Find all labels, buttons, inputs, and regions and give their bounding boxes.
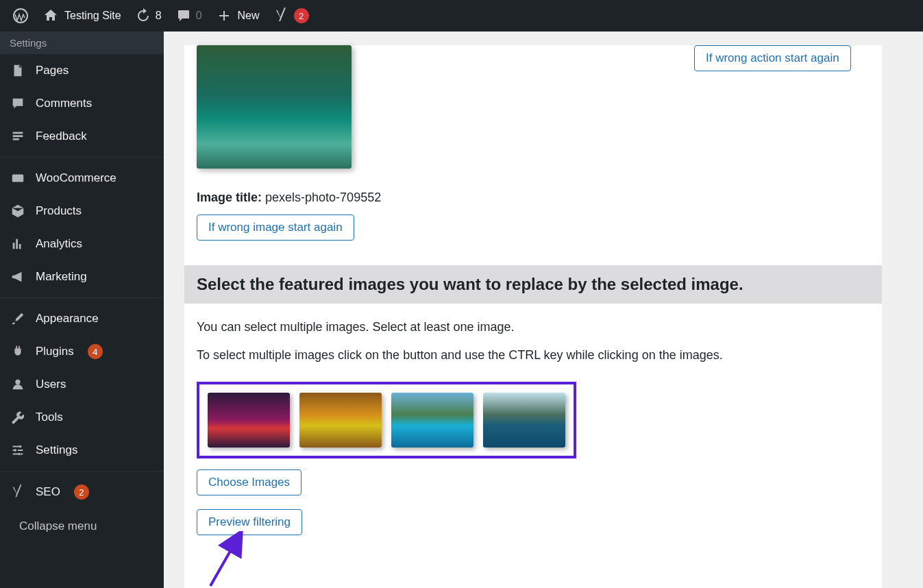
helper-text-1: You can select multiple images. Select a…: [197, 320, 870, 334]
thumbnail-image[interactable]: [208, 393, 290, 448]
sidebar-item-pages[interactable]: Pages: [0, 54, 164, 87]
sidebar-item-seo[interactable]: SEO 2: [0, 476, 164, 509]
sidebar-item-label: Comments: [36, 97, 92, 110]
admin-toolbar: Testing Site 8 0 New 2: [0, 0, 923, 32]
thumbnail-image[interactable]: [483, 393, 565, 448]
sidebar-item-label: WooCommerce: [36, 171, 116, 185]
comment-icon: [10, 96, 25, 111]
yoast-icon: [10, 485, 25, 500]
sidebar-item-tools[interactable]: Tools: [0, 401, 164, 434]
wrench-icon: [10, 410, 25, 425]
sidebar-item-label: Users: [36, 378, 66, 391]
image-title-row: Image title: pexels-photo-709552: [197, 191, 870, 205]
page-icon: [10, 63, 25, 78]
sidebar-item-settings-sub[interactable]: Settings: [0, 32, 164, 54]
thumbnail-image[interactable]: [299, 393, 382, 448]
sidebar-item-label: Marketing: [36, 270, 87, 284]
selected-thumbnails-box: [197, 382, 576, 458]
sidebar-item-analytics[interactable]: Analytics: [0, 228, 164, 260]
yoast-badge: 2: [294, 8, 309, 23]
updates-link[interactable]: 8: [128, 0, 169, 32]
collapse-label: Collapse menu: [19, 519, 97, 533]
svg-point-5: [18, 453, 21, 456]
sidebar-item-products[interactable]: Products: [0, 195, 164, 228]
admin-sidebar: Settings Pages Comments Feedback WooComm…: [0, 32, 164, 588]
svg-point-3: [19, 445, 22, 448]
sidebar-item-label: Products: [36, 204, 82, 218]
woo-icon: [10, 171, 25, 186]
svg-point-4: [14, 449, 17, 452]
seo-badge: 2: [74, 485, 89, 500]
new-label: New: [238, 10, 260, 22]
megaphone-icon: [10, 269, 25, 284]
sidebar-item-label: Settings: [36, 443, 77, 457]
updates-count: 8: [156, 10, 162, 22]
plug-icon: [10, 344, 25, 359]
sidebar-item-settings[interactable]: Settings: [0, 434, 164, 467]
site-name-link[interactable]: Testing Site: [36, 0, 128, 32]
new-content-link[interactable]: New: [209, 0, 267, 32]
image-title-value: pexels-photo-709552: [265, 191, 381, 204]
section-heading: Select the featured images you want to r…: [184, 265, 882, 304]
sidebar-item-label: Settings: [10, 37, 47, 49]
plus-icon: [216, 8, 232, 24]
site-name-label: Testing Site: [64, 10, 121, 22]
svg-line-7: [210, 538, 238, 586]
yoast-link[interactable]: 2: [267, 0, 316, 32]
comments-count: 0: [196, 10, 202, 22]
yoast-icon: [273, 8, 290, 24]
sidebar-item-label: Feedback: [36, 130, 87, 143]
collapse-menu[interactable]: Collapse menu: [0, 509, 164, 544]
helper-text-2: To select multiple images click on the b…: [197, 348, 870, 363]
annotation-arrow-icon: [204, 531, 258, 588]
sliders-icon: [10, 443, 25, 458]
sidebar-item-feedback[interactable]: Feedback: [0, 120, 164, 153]
svg-rect-1: [12, 175, 24, 182]
wrong-action-button[interactable]: If wrong action start again: [694, 45, 851, 71]
home-icon: [42, 8, 59, 24]
wp-logo[interactable]: [5, 0, 36, 32]
sidebar-item-label: Pages: [36, 64, 69, 77]
refresh-icon: [135, 8, 151, 24]
plugins-badge: 4: [88, 344, 103, 359]
form-icon: [10, 129, 25, 144]
main-content: If wrong action start again Image title:…: [164, 32, 923, 588]
sidebar-item-label: Tools: [36, 411, 63, 424]
brush-icon: [10, 311, 25, 326]
sidebar-item-appearance[interactable]: Appearance: [0, 302, 164, 335]
sidebar-item-plugins[interactable]: Plugins 4: [0, 335, 164, 368]
svg-point-2: [15, 380, 20, 384]
sidebar-item-label: SEO: [36, 485, 60, 499]
sidebar-item-users[interactable]: Users: [0, 368, 164, 401]
box-icon: [10, 204, 25, 219]
selected-image-preview: [197, 45, 352, 169]
choose-images-button[interactable]: Choose Images: [197, 469, 301, 495]
image-title-label: Image title:: [197, 191, 262, 204]
comments-link[interactable]: 0: [169, 0, 209, 32]
thumbnail-image[interactable]: [391, 393, 473, 448]
sidebar-item-label: Plugins: [36, 345, 74, 358]
comment-icon: [175, 8, 192, 24]
user-icon: [10, 377, 25, 392]
wrong-image-button[interactable]: If wrong image start again: [197, 215, 354, 241]
sidebar-item-marketing[interactable]: Marketing: [0, 260, 164, 293]
sidebar-item-label: Analytics: [36, 237, 82, 251]
chart-icon: [10, 236, 25, 252]
sidebar-item-woocommerce[interactable]: WooCommerce: [0, 162, 164, 195]
sidebar-item-label: Appearance: [36, 312, 99, 326]
sidebar-item-comments[interactable]: Comments: [0, 87, 164, 120]
